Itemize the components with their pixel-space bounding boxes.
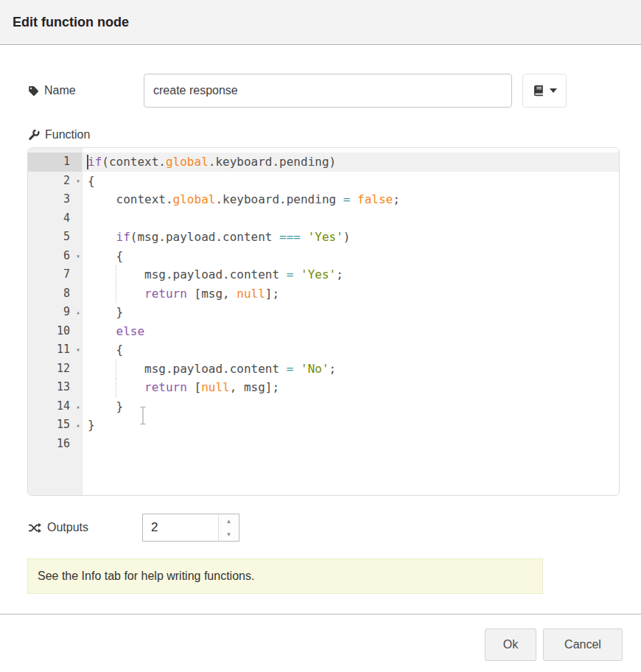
book-icon (533, 85, 544, 97)
function-label-text: Function (45, 128, 90, 141)
code-line[interactable]: msg.payload.content = 'No'; (83, 360, 619, 379)
gutter-line-number[interactable]: 14▴ (28, 397, 82, 416)
gutter-line-number[interactable]: 15▴ (28, 416, 82, 435)
gutter-line-number[interactable]: 8 (28, 284, 82, 304)
gutter-line-number[interactable]: 1 (28, 153, 82, 172)
outputs-input[interactable] (143, 514, 218, 541)
wrench-icon (28, 129, 40, 141)
code-line[interactable]: else (83, 322, 619, 341)
name-input[interactable] (144, 74, 512, 108)
code-line[interactable]: } (83, 416, 619, 435)
editor-gutter: 12▾3456▾789▴1011▾121314▴15▴16 (28, 148, 83, 495)
code-line[interactable]: { (83, 340, 619, 360)
code-line[interactable]: { (83, 172, 619, 191)
cancel-button[interactable]: Cancel (543, 629, 623, 661)
code-line[interactable]: } (83, 397, 619, 416)
fold-open-icon[interactable]: ▾ (76, 340, 80, 360)
fold-end-icon[interactable]: ▴ (76, 397, 80, 416)
code-line[interactable]: if(msg.payload.content === 'Yes') (83, 228, 619, 247)
random-icon (28, 522, 42, 533)
name-label: Name (28, 74, 76, 108)
form-tip: See the Info tab for help writing functi… (27, 559, 543, 594)
gutter-line-number[interactable]: 3 (28, 190, 82, 209)
function-label: Function (28, 127, 90, 143)
gutter-line-number[interactable]: 6▾ (28, 247, 82, 266)
gutter-line-number[interactable]: 9▴ (28, 303, 82, 322)
indent-guide (116, 265, 116, 284)
outputs-label: Outputs (28, 514, 88, 542)
gutter-line-number[interactable]: 2▾ (28, 172, 82, 191)
gutter-line-number[interactable]: 11▾ (28, 340, 82, 360)
code-line[interactable]: if(context.global.keyboard.pending) (83, 153, 619, 172)
gutter-line-number[interactable]: 16 (28, 435, 82, 454)
code-editor[interactable]: 12▾3456▾789▴1011▾121314▴15▴16 if(context… (27, 147, 620, 496)
code-line[interactable]: context.global.keyboard.pending = false; (83, 190, 619, 209)
text-caret (87, 155, 88, 169)
gutter-line-number[interactable]: 10 (28, 322, 82, 341)
indent-guide (116, 378, 116, 397)
dialog-header: Edit function node (0, 0, 641, 45)
tag-icon (28, 85, 39, 97)
code-line[interactable]: return [msg, null]; (83, 284, 619, 304)
editor-code-area[interactable]: if(context.global.keyboard.pending){ con… (83, 148, 619, 495)
fold-open-icon[interactable]: ▾ (76, 247, 80, 266)
outputs-spinner: ▲ ▼ (218, 514, 239, 541)
code-line[interactable] (83, 435, 619, 454)
spinner-up-icon[interactable]: ▲ (219, 514, 239, 528)
code-line[interactable]: { (83, 247, 619, 266)
code-line[interactable]: return [null, msg]; (83, 378, 619, 397)
ok-button[interactable]: Ok (485, 629, 536, 661)
outputs-stepper: ▲ ▼ (142, 514, 239, 542)
gutter-line-number[interactable]: 12 (28, 360, 82, 379)
code-line[interactable]: msg.payload.content = 'Yes'; (83, 265, 619, 284)
library-button[interactable] (522, 74, 567, 108)
name-label-text: Name (44, 84, 76, 97)
indent-guide (116, 360, 116, 379)
footer-divider (0, 614, 641, 615)
gutter-line-number[interactable]: 4 (28, 209, 82, 228)
fold-open-icon[interactable]: ▾ (76, 172, 80, 191)
spinner-down-icon[interactable]: ▼ (219, 528, 239, 541)
outputs-label-text: Outputs (47, 521, 88, 534)
gutter-line-number[interactable]: 13 (28, 378, 82, 397)
fold-end-icon[interactable]: ▴ (76, 303, 80, 322)
gutter-line-number[interactable]: 5 (28, 228, 82, 247)
fold-end-icon[interactable]: ▴ (76, 416, 80, 435)
form-tip-text: See the Info tab for help writing functi… (38, 570, 254, 583)
code-line[interactable]: } (83, 303, 619, 322)
caret-down-icon (550, 88, 557, 93)
dialog-title: Edit function node (13, 15, 129, 30)
indent-guide (116, 284, 116, 304)
code-line[interactable] (83, 209, 619, 228)
gutter-line-number[interactable]: 7 (28, 265, 82, 284)
